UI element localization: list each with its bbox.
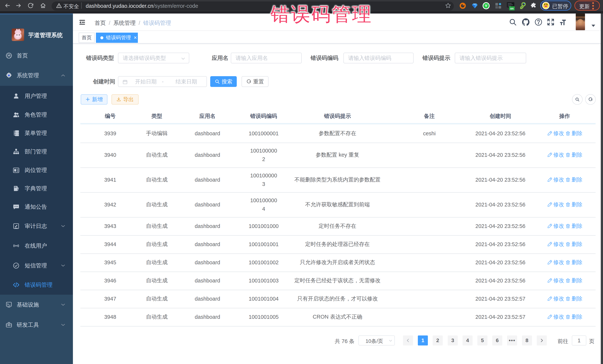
svg-text:on: on [510, 7, 514, 10]
